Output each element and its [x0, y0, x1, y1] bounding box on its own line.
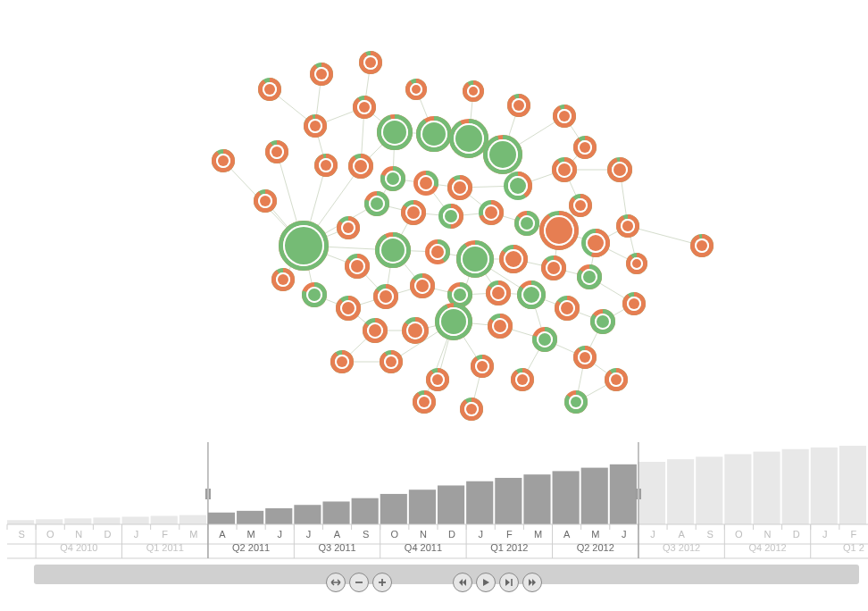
graph-node[interactable] [274, 271, 293, 289]
graph-node[interactable] [572, 197, 590, 215]
timeline-bar[interactable] [839, 446, 866, 524]
graph-node[interactable] [306, 117, 325, 136]
graph-node[interactable] [305, 285, 325, 306]
timeline-bar[interactable] [352, 498, 379, 524]
play-button[interactable] [476, 573, 496, 592]
graph-node[interactable] [281, 223, 327, 269]
timeline-bar[interactable] [438, 485, 464, 524]
graph-node[interactable] [629, 255, 646, 272]
graph-node[interactable] [268, 143, 287, 162]
graph-node[interactable] [365, 321, 386, 341]
graph-node[interactable] [510, 96, 529, 115]
graph-node[interactable] [415, 393, 434, 412]
graph-node[interactable] [584, 231, 608, 255]
graph-node[interactable] [378, 235, 409, 266]
step-forward-button[interactable] [499, 573, 519, 592]
graph-node[interactable] [450, 178, 471, 198]
timeline-bar[interactable] [466, 481, 493, 524]
graph-node[interactable] [313, 65, 331, 84]
graph-node[interactable] [404, 203, 424, 223]
graph-node[interactable] [463, 400, 481, 419]
graph-node[interactable] [333, 353, 352, 372]
timeline-bar[interactable] [322, 501, 349, 524]
zoom-out-button[interactable] [349, 573, 369, 592]
graph-node[interactable] [214, 152, 233, 171]
timeline-bar[interactable] [237, 511, 263, 524]
graph-node[interactable] [413, 276, 433, 297]
graph-node[interactable] [347, 256, 368, 277]
graph-node[interactable] [610, 160, 630, 180]
graph-node[interactable] [490, 316, 511, 337]
timeline-bar[interactable] [581, 468, 608, 524]
graph-node[interactable] [517, 213, 538, 234]
timeline-bar[interactable] [36, 519, 63, 524]
graph-node[interactable] [428, 242, 448, 263]
graph-node[interactable] [535, 330, 555, 350]
fit-extent-button[interactable] [326, 573, 346, 592]
graph-node[interactable] [416, 173, 437, 194]
timeline-bar[interactable] [782, 449, 809, 524]
graph-node[interactable] [419, 119, 450, 150]
network-graph[interactable] [9, 9, 859, 429]
zoom-in-button[interactable] [372, 573, 392, 592]
skip-back-button[interactable] [453, 573, 472, 592]
graph-node[interactable] [473, 357, 492, 376]
graph-node[interactable] [452, 121, 487, 156]
graph-node[interactable] [520, 283, 544, 307]
graph-node[interactable] [506, 174, 530, 198]
graph-node[interactable] [339, 219, 358, 238]
graph-node[interactable] [429, 371, 447, 389]
graph-node[interactable] [355, 98, 374, 117]
graph-node[interactable] [338, 298, 359, 319]
timeline-bar[interactable] [753, 452, 780, 524]
timeline-bar[interactable] [380, 494, 407, 524]
graph-node[interactable] [619, 217, 638, 236]
graph-node[interactable] [450, 285, 471, 306]
graph-node[interactable] [362, 54, 380, 72]
timeline-bar[interactable] [610, 465, 637, 524]
timeline-bar[interactable] [294, 505, 321, 524]
graph-node[interactable] [555, 160, 575, 180]
graph-node[interactable] [367, 194, 388, 214]
graph-node[interactable] [555, 107, 574, 126]
graph-node[interactable] [459, 243, 492, 276]
timeline-bar[interactable] [208, 513, 235, 524]
timeline-bar[interactable] [179, 515, 206, 524]
timeline-bar[interactable] [93, 517, 120, 524]
timeline-bar[interactable] [523, 474, 550, 524]
timeline-bar[interactable] [696, 456, 722, 524]
timeline-scrollbar[interactable] [34, 565, 859, 584]
graph-node[interactable] [405, 320, 427, 342]
timeline-bar[interactable] [409, 490, 436, 524]
timeline-bar[interactable] [7, 520, 34, 524]
graph-node[interactable] [256, 192, 275, 211]
graph-node[interactable] [376, 287, 396, 307]
timeline-bar[interactable] [638, 462, 665, 524]
timeline-bar[interactable] [724, 454, 751, 524]
graph-node[interactable] [380, 117, 411, 148]
graph-node[interactable] [607, 371, 626, 389]
graph-node[interactable] [567, 393, 586, 412]
timeline-bar[interactable] [151, 516, 178, 524]
timeline-bar[interactable] [122, 516, 149, 524]
graph-node[interactable] [408, 81, 425, 98]
graph-node[interactable] [351, 156, 371, 177]
graph-node[interactable] [481, 203, 502, 223]
graph-node[interactable] [502, 247, 526, 272]
graph-node[interactable] [693, 237, 712, 255]
graph-node[interactable] [625, 295, 644, 314]
timeline-bar[interactable] [811, 448, 838, 524]
timeline-bar[interactable] [553, 471, 580, 524]
graph-node[interactable] [544, 258, 564, 279]
graph-node[interactable] [441, 206, 462, 227]
graph-node[interactable] [580, 267, 600, 288]
graph-node[interactable] [576, 138, 595, 157]
skip-forward-button[interactable] [522, 573, 542, 592]
timeline-bar[interactable] [495, 478, 522, 524]
graph-node[interactable] [317, 156, 336, 175]
timeline-bar[interactable] [265, 508, 292, 524]
graph-node[interactable] [383, 169, 404, 189]
timeline-bar[interactable] [667, 459, 694, 524]
graph-node[interactable] [576, 348, 595, 367]
graph-node[interactable] [513, 371, 532, 389]
